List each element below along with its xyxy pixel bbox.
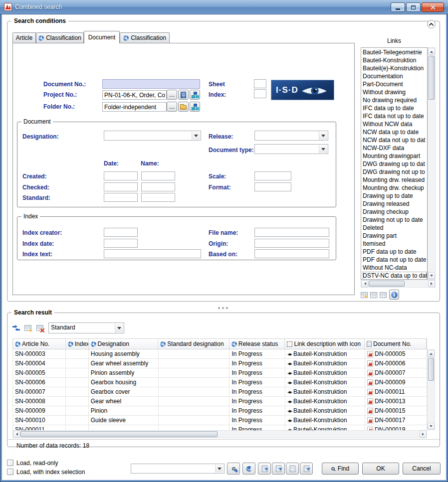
scroll-up-button[interactable]: [428, 350, 435, 357]
links-list-item[interactable]: PDF data up to date: [363, 248, 427, 256]
designation-combo[interactable]: [104, 131, 201, 141]
document-action-button-2[interactable]: [272, 463, 285, 475]
index-text-input[interactable]: [104, 249, 201, 258]
project-detail-button[interactable]: [178, 90, 189, 100]
checked-date-input[interactable]: [104, 182, 138, 191]
column-header-designation[interactable]: Designation: [89, 339, 159, 349]
links-list-item[interactable]: Bauteil(e)-Konstruktion: [363, 64, 427, 72]
links-list-item[interactable]: Drawing checkup: [363, 208, 427, 216]
links-list-item[interactable]: Bauteil-Konstruktion: [363, 56, 427, 64]
links-vertical-scrollbar[interactable]: [428, 47, 436, 280]
document-type-combo[interactable]: [254, 144, 328, 154]
result-view-button-2[interactable]: [369, 291, 378, 299]
project-structure-button[interactable]: [190, 90, 200, 100]
refresh-button[interactable]: [242, 463, 255, 475]
tab-document[interactable]: Document: [84, 31, 120, 43]
links-list-item[interactable]: Without NCW data: [363, 120, 427, 128]
index-input[interactable]: [254, 89, 266, 98]
folder-browse-button[interactable]: ...: [167, 102, 177, 112]
table-row[interactable]: SN-000009 Pinion In Progress ◀▶Bauteil-K…: [13, 406, 427, 416]
table-row[interactable]: SN-000011 In Progress ◀▶Bauteil-Konstruk…: [13, 425, 427, 430]
titlebar[interactable]: Combined search: [0, 0, 448, 14]
ok-button[interactable]: OK: [362, 463, 399, 475]
created-date-input[interactable]: [104, 171, 138, 180]
links-list-item[interactable]: NCW data up to date: [363, 128, 427, 136]
project-browse-button[interactable]: ...: [167, 90, 177, 100]
links-list-item[interactable]: DSTV-NC data up to dat: [363, 272, 427, 280]
created-name-input[interactable]: [141, 171, 175, 180]
column-header-link-description[interactable]: Link description with icon: [285, 339, 365, 349]
sheet-input[interactable]: [254, 79, 266, 88]
document-action-button-3[interactable]: [286, 463, 299, 475]
document-action-button-4[interactable]: [300, 463, 313, 475]
standard-name-input[interactable]: [141, 193, 175, 202]
links-list-item[interactable]: Documentation: [363, 72, 427, 80]
standard-date-input[interactable]: [104, 193, 138, 202]
extended-search-button[interactable]: [227, 463, 240, 475]
scrollbar-thumb[interactable]: [429, 56, 435, 100]
maximize-button[interactable]: [406, 2, 421, 12]
close-button[interactable]: [422, 2, 444, 12]
scrollbar-thumb[interactable]: [369, 281, 405, 287]
table-row[interactable]: SN-000008 Gear wheel In Progress ◀▶Baute…: [13, 397, 427, 406]
cancel-button[interactable]: Cancel: [403, 463, 441, 475]
project-no-field[interactable]: PN-01-06-K, Order, Co: [102, 90, 167, 100]
tab-classification-2[interactable]: Classification: [120, 32, 170, 43]
document-action-button-1[interactable]: [258, 463, 271, 475]
table-row[interactable]: SN-000003 Housing assembly In Progress ◀…: [13, 349, 427, 359]
collapse-button[interactable]: [427, 20, 436, 28]
checked-name-input[interactable]: [141, 182, 175, 191]
scroll-down-button[interactable]: [428, 423, 435, 430]
links-list-item[interactable]: No drawing required: [363, 96, 427, 104]
file-name-input[interactable]: [254, 228, 329, 237]
scroll-left-button[interactable]: [13, 431, 20, 438]
links-list-item[interactable]: PDF data not up to date: [363, 256, 427, 264]
scroll-down-button[interactable]: [428, 272, 435, 279]
links-list[interactable]: Bauteil-Teilegeometrie Bauteil-Konstrukt…: [361, 47, 428, 280]
scroll-left-button[interactable]: [361, 280, 368, 287]
table-row[interactable]: SN-000010 Guide sleeve In Progress ◀▶Bau…: [13, 416, 427, 425]
based-on-input[interactable]: [254, 249, 329, 258]
index-date-input[interactable]: [104, 239, 138, 248]
scroll-right-button[interactable]: [428, 280, 435, 287]
links-list-item[interactable]: DWG drawing not up to: [363, 168, 427, 176]
info-button[interactable]: [389, 290, 399, 300]
result-horizontal-scrollbar[interactable]: [12, 430, 427, 438]
scroll-up-button[interactable]: [428, 48, 435, 55]
links-horizontal-scrollbar[interactable]: [361, 280, 436, 288]
links-list-item[interactable]: Drawing part: [363, 232, 427, 240]
origin-input[interactable]: [254, 239, 329, 248]
links-list-item[interactable]: Drawing released: [363, 200, 427, 208]
links-list-item[interactable]: Mounting drw. checkup: [363, 184, 427, 192]
folder-no-field[interactable]: Folder-independent: [102, 102, 167, 112]
table-row[interactable]: SN-000005 Pinion assembly In Progress ◀▶…: [13, 368, 427, 378]
links-list-item[interactable]: NCW-DXF data: [363, 144, 427, 152]
folder-open-button[interactable]: [178, 102, 189, 112]
tab-article[interactable]: Article: [12, 32, 36, 43]
column-header-standard-designation[interactable]: Standard designation: [158, 339, 229, 349]
table-row[interactable]: SN-000006 Gearbox housing In Progress ◀▶…: [13, 378, 427, 387]
links-list-item[interactable]: IFC data not up to date: [363, 112, 427, 120]
links-list-item[interactable]: Drawing not up to date: [363, 216, 427, 224]
document-no-input[interactable]: [102, 79, 200, 89]
result-vertical-scrollbar[interactable]: [427, 349, 435, 430]
footer-combo[interactable]: [131, 464, 224, 474]
result-table-body[interactable]: SN-000003 Housing assembly In Progress ◀…: [12, 349, 427, 430]
find-button[interactable]: Find: [322, 463, 359, 475]
splitter-handle[interactable]: [218, 307, 220, 309]
result-view-combo[interactable]: Standard: [48, 322, 124, 333]
links-list-item[interactable]: Part-Document: [363, 80, 427, 88]
links-list-item[interactable]: Mounting drw. released: [363, 176, 427, 184]
result-view-button-3[interactable]: [379, 291, 388, 299]
links-list-item[interactable]: Drawing up to date: [363, 192, 427, 200]
sort-results-button[interactable]: [10, 322, 21, 333]
scrollbar-thumb[interactable]: [428, 358, 434, 381]
delete-result-view-button[interactable]: [34, 322, 45, 333]
column-header-document-no[interactable]: Document No.: [365, 339, 427, 349]
scroll-right-button[interactable]: [420, 431, 427, 438]
load-readonly-checkbox[interactable]: [7, 460, 13, 466]
links-list-item[interactable]: DWG drawing up to dat: [363, 160, 427, 168]
links-list-item[interactable]: Bauteil-Teilegeometrie: [363, 48, 427, 56]
index-creator-input[interactable]: [104, 228, 138, 237]
scale-input[interactable]: [254, 171, 291, 180]
